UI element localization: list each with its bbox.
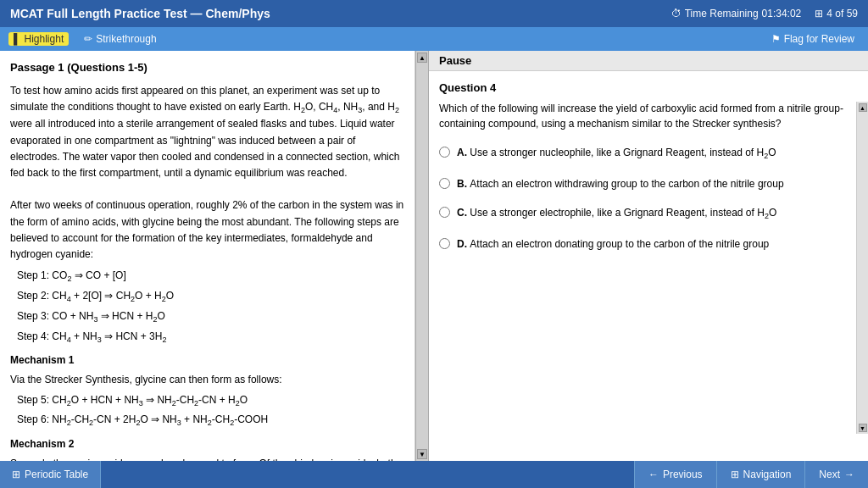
q-scroll-up[interactable]: ▲ — [859, 103, 867, 112]
highlight-button[interactable]: ▌ Highlight — [8, 32, 69, 46]
time-remaining-label: Time Remaining — [685, 8, 759, 19]
passage-title: Passage 1 (Questions 1-5) — [10, 59, 404, 76]
mechanism-1-steps: Step 5: CH2O + HCN + NH3 ⇒ NH2-CH2-CN + … — [17, 392, 404, 430]
top-bar-right: ⏱ Time Remaining 01:34:02 ⊞ 4 of 59 — [671, 8, 858, 19]
mechanism-1-text: Via the Strecker Synthesis, glycine can … — [10, 372, 404, 388]
step-4: Step 4: CH4 + NH3 ⇒ HCN + 3H2 — [17, 329, 404, 347]
answer-option-d[interactable]: D. Attach an electron donating group to … — [439, 236, 858, 252]
navigation-label: Navigation — [743, 469, 792, 480]
question-count: ⊞ 4 of 59 — [815, 8, 858, 19]
previous-button[interactable]: ← Previous — [634, 461, 716, 488]
step-3: Step 3: CO + NH3 ⇒ HCN + H2O — [17, 308, 404, 326]
option-a-label: A. — [457, 147, 470, 158]
app-title: MCAT Full Length Practice Test — Chem/Ph… — [10, 7, 270, 20]
option-b-content: Attach an electron withdrawing group to … — [470, 178, 783, 190]
passage-scrollbar[interactable]: ▲ ▼ — [415, 51, 429, 461]
answer-option-a[interactable]: A. Use a stronger nucleophile, like a Gr… — [439, 145, 858, 163]
mechanism-2-title: Mechanism 2 — [10, 436, 404, 452]
step-2: Step 2: CH4 + 2[O] ⇒ CH2O + H2O — [17, 288, 404, 306]
passage-paragraph-2: After two weeks of continuous operation,… — [10, 197, 404, 263]
next-arrow-icon: → — [844, 469, 854, 480]
option-a-text: A. Use a stronger nucleophile, like a Gr… — [457, 145, 776, 163]
option-c-text: C. Use a stronger electrophile, like a G… — [457, 205, 776, 223]
radio-b[interactable] — [439, 178, 450, 189]
toolbar-left: ▌ Highlight ✏ Strikethrough — [8, 31, 162, 47]
pause-label: Pause — [439, 54, 471, 67]
navigation-button[interactable]: ⊞ Navigation — [716, 461, 805, 488]
radio-c[interactable] — [439, 207, 450, 218]
next-button[interactable]: Next → — [804, 461, 868, 488]
question-scrollbar[interactable]: ▲ ▼ — [856, 102, 868, 434]
step-1: Step 1: CO2 ⇒ CO + [O] — [17, 268, 404, 286]
question-count-value: 4 of 59 — [826, 8, 858, 19]
radio-a[interactable] — [439, 147, 450, 158]
option-d-label: D. — [457, 238, 470, 250]
previous-label: Previous — [663, 469, 703, 480]
nav-grid-icon: ⊞ — [731, 469, 739, 480]
question-text: Which of the following will increase the… — [439, 101, 858, 131]
passage-paragraph-1: To test how amino acids first appeared o… — [10, 83, 404, 182]
top-bar: MCAT Full Length Practice Test — Chem/Ph… — [0, 0, 868, 27]
option-c-label: C. — [457, 207, 470, 219]
grid-icon: ⊞ — [815, 8, 823, 19]
strikethrough-label: Strikethrough — [96, 33, 156, 45]
question-content: Question 4 Which of the following will i… — [429, 71, 868, 461]
prev-arrow-icon: ← — [648, 469, 659, 480]
passage-panel: Passage 1 (Questions 1-5) To test how am… — [0, 51, 415, 461]
time-value: 01:34:02 — [762, 8, 802, 19]
option-b-label: B. — [457, 178, 470, 190]
radio-d[interactable] — [439, 238, 450, 249]
clock-icon: ⏱ — [671, 8, 682, 19]
next-label: Next — [819, 469, 840, 480]
strikethrough-button[interactable]: ✏ Strikethrough — [79, 31, 161, 47]
step-6: Step 6: NH2-CH2-CN + 2H2O ⇒ NH3 + NH2-CH… — [17, 412, 404, 430]
passage-body: To test how amino acids first appeared o… — [10, 83, 404, 462]
strikethrough-icon: ✏ — [84, 33, 92, 45]
steps-list: Step 1: CO2 ⇒ CO + [O] Step 2: CH4 + 2[O… — [17, 268, 404, 346]
table-icon: ⊞ — [12, 469, 20, 480]
highlight-label: Highlight — [25, 33, 64, 45]
flag-label: Flag for Review — [784, 33, 854, 45]
nav-buttons: ← Previous ⊞ Navigation Next → — [634, 461, 868, 488]
time-remaining: ⏱ Time Remaining 01:34:02 — [671, 8, 802, 19]
toolbar-right: ⚑ Flag for Review — [766, 31, 860, 47]
highlight-icon: ▌ — [14, 33, 21, 45]
periodic-table-label: Periodic Table — [25, 469, 88, 480]
flag-review-button[interactable]: ⚑ Flag for Review — [766, 31, 860, 47]
toolbar: ▌ Highlight ✏ Strikethrough ⚑ Flag for R… — [0, 27, 868, 51]
periodic-table-button[interactable]: ⊞ Periodic Table — [0, 461, 101, 488]
pause-bar: Pause — [429, 51, 868, 71]
question-panel: Pause Question 4 Which of the following … — [429, 51, 868, 461]
step-5: Step 5: CH2O + HCN + NH3 ⇒ NH2-CH2-CN + … — [17, 392, 404, 410]
q-scroll-down[interactable]: ▼ — [859, 424, 867, 432]
answer-option-c[interactable]: C. Use a stronger electrophile, like a G… — [439, 205, 858, 223]
answer-option-b[interactable]: B. Attach an electron withdrawing group … — [439, 176, 858, 191]
main-content: Passage 1 (Questions 1-5) To test how am… — [0, 51, 868, 461]
option-d-text: D. Attach an electron donating group to … — [457, 236, 769, 252]
option-d-content: Attach an electron donating group to the… — [470, 238, 769, 250]
option-b-text: B. Attach an electron withdrawing group … — [457, 176, 784, 191]
mechanism-1-title: Mechanism 1 — [10, 352, 404, 369]
scroll-down-arrow[interactable]: ▼ — [417, 449, 427, 459]
scroll-up-arrow[interactable]: ▲ — [417, 53, 427, 63]
flag-icon: ⚑ — [771, 33, 781, 45]
bottom-bar: ⊞ Periodic Table ← Previous ⊞ Navigation… — [0, 461, 868, 488]
question-number: Question 4 — [439, 81, 858, 94]
